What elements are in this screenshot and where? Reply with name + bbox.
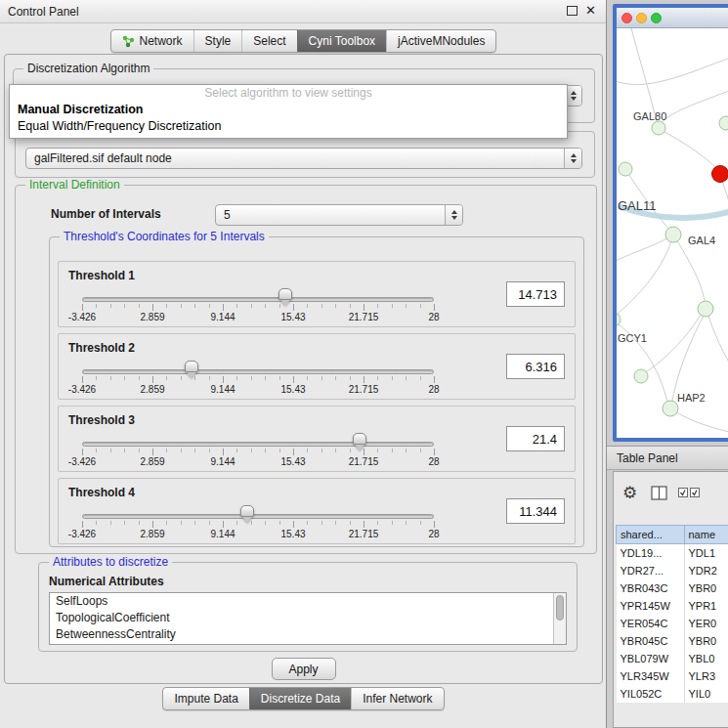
right-panel: GAL80 GAL11 GAL4 GCY1 HAP2 Table Panel ⚙ [607, 0, 728, 728]
table-row[interactable]: YDL19...YDL1 [617, 544, 728, 562]
attributes-to-discretize-group: Attributes to discretize Numerical Attri… [38, 562, 578, 652]
float-window-icon[interactable] [567, 6, 578, 16]
table-row[interactable]: YDR27...YDR2 [617, 562, 728, 579]
table-toolbar: ⚙ [614, 472, 728, 521]
zoom-traffic-light-icon[interactable] [651, 13, 662, 23]
node-hap2[interactable] [663, 401, 678, 416]
tick-label: 15.43 [280, 312, 305, 322]
selected-node[interactable] [712, 166, 728, 183]
gear-icon[interactable]: ⚙ [622, 483, 637, 503]
threshold-1-value-input[interactable] [506, 281, 565, 307]
control-panel-title: Control Panel [8, 5, 79, 19]
slider-thumb[interactable] [278, 288, 292, 300]
tick-label: 28 [428, 312, 439, 322]
tick-label: -3.426 [68, 384, 96, 395]
tick-label: -3.426 [68, 456, 96, 467]
table-row[interactable]: YER054CYER0 [617, 615, 728, 632]
tick-label: 2.859 [140, 312, 164, 322]
threshold-2-label: Threshold 2 [68, 341, 135, 355]
slider-track[interactable] [82, 369, 434, 374]
tick-label: 9.144 [210, 529, 235, 539]
list-item-betweennesscentrality[interactable]: BetweennessCentrality [50, 626, 566, 643]
network-canvas[interactable]: GAL80 GAL11 GAL4 GCY1 HAP2 [617, 28, 728, 438]
threshold-2-slider[interactable]: -3.426 2.859 9.144 15.43 21.715 28 [70, 358, 446, 399]
group-title: Interval Definition [25, 179, 124, 192]
threshold-3-panel: Threshold 3 -3.426 2.859 9.144 1 [58, 406, 576, 472]
column-header-name[interactable]: name [684, 526, 728, 544]
node-gal80[interactable] [652, 121, 665, 135]
close-icon[interactable]: ✕ [585, 5, 596, 17]
table-data-select[interactable]: galFiltered.sif default node [25, 148, 582, 169]
apply-button[interactable]: Apply [272, 658, 336, 680]
slider-thumb[interactable] [353, 433, 366, 445]
tab-network[interactable]: Network [111, 30, 193, 52]
threshold-3-value-input[interactable] [506, 426, 565, 451]
slider-thumb[interactable] [185, 361, 198, 372]
tick-label: 21.715 [349, 384, 379, 395]
tick-label: 9.144 [210, 456, 235, 467]
table-header-row: shared... name [617, 526, 728, 544]
numerical-attributes-list: SelfLoops TopologicalCoefficient Between… [49, 592, 567, 645]
tick-label: 28 [428, 456, 439, 467]
slider-thumb[interactable] [240, 505, 254, 517]
node[interactable] [619, 162, 632, 176]
slider-track[interactable] [82, 514, 434, 519]
node-label-gal4: GAL4 [688, 235, 715, 246]
close-traffic-light-icon[interactable] [621, 13, 632, 23]
node-label-gcy1: GCY1 [618, 332, 647, 344]
network-nodes[interactable] [617, 116, 728, 416]
tab-cyni-toolbox[interactable]: Cyni Toolbox [297, 30, 386, 52]
tab-impute-data[interactable]: Impute Data [163, 688, 248, 709]
node-gcy1[interactable] [617, 313, 621, 326]
table-row[interactable]: YIL052CYIL0 [617, 685, 728, 703]
columns-icon[interactable] [651, 486, 667, 503]
list-item-topologicalcoefficient[interactable]: TopologicalCoefficient [50, 610, 566, 626]
list-item-selfloops[interactable]: SelfLoops [50, 593, 566, 610]
table-row[interactable]: YBR043CYBR0 [617, 579, 728, 597]
table-row[interactable]: YBR045CYBR0 [617, 632, 728, 650]
option-equal-width-frequency[interactable]: Equal Width/Frequency Discretization [10, 118, 567, 135]
list-scrollbar[interactable] [553, 593, 566, 644]
tab-select[interactable]: Select [241, 30, 296, 52]
tab-jactivemnodules[interactable]: jActiveMNodules [386, 30, 495, 52]
number-of-intervals-select[interactable]: 5 [215, 204, 463, 226]
threshold-2-value-input[interactable] [506, 354, 565, 379]
tab-infer-network[interactable]: Infer Network [351, 688, 443, 709]
node[interactable] [698, 301, 713, 317]
tab-label: Network [140, 34, 183, 48]
group-title: Threshold's Coordinates for 5 Intervals [60, 231, 269, 243]
number-of-intervals-label: Number of Intervals [51, 207, 161, 221]
scrollbar-thumb[interactable] [556, 595, 564, 621]
tick-label: 9.144 [210, 384, 235, 395]
tab-discretize-data[interactable]: Discretize Data [249, 688, 351, 709]
column-header-shared-name[interactable]: shared... [617, 526, 685, 544]
table-row[interactable]: YPR145WYPR1 [617, 597, 728, 615]
table-row[interactable]: YLR345WYLR3 [617, 667, 728, 685]
threshold-4-panel: Threshold 4 -3.426 2.859 9.144 1 [58, 478, 576, 544]
option-manual-discretization[interactable]: Manual Discretization [10, 102, 567, 118]
slider-track[interactable] [82, 442, 434, 447]
node[interactable] [634, 369, 648, 383]
tick-label: -3.426 [68, 529, 96, 539]
select-columns-icon[interactable] [678, 488, 700, 501]
control-panel: Control Panel ✕ Network [0, 0, 607, 728]
threshold-3-slider[interactable]: -3.426 2.859 9.144 15.43 21.715 28 [70, 430, 446, 471]
slider-track[interactable] [82, 297, 434, 302]
node-gal4[interactable] [665, 227, 681, 242]
threshold-4-slider[interactable]: -3.426 2.859 9.144 15.43 21.715 28 [70, 502, 446, 543]
threshold-1-label: Threshold 1 [68, 269, 135, 282]
table-row[interactable]: YBL079WYBL0 [617, 650, 728, 667]
threshold-4-value-input[interactable] [506, 498, 565, 524]
minimize-traffic-light-icon[interactable] [636, 13, 647, 23]
node[interactable] [719, 116, 728, 130]
tab-label: Infer Network [363, 692, 432, 706]
tab-label: Select [253, 34, 285, 48]
threshold-1-slider[interactable]: -3.426 2.859 9.144 15.43 21.715 28 [70, 285, 446, 326]
tick-label: -3.426 [68, 312, 96, 322]
tick-label: 15.43 [280, 384, 305, 395]
tick-label: 2.859 [140, 384, 164, 395]
network-view-window[interactable]: GAL80 GAL11 GAL4 GCY1 HAP2 [613, 4, 728, 442]
threshold-4-label: Threshold 4 [68, 486, 135, 499]
table-panel-title: Table Panel [607, 446, 728, 470]
tab-style[interactable]: Style [193, 30, 242, 52]
